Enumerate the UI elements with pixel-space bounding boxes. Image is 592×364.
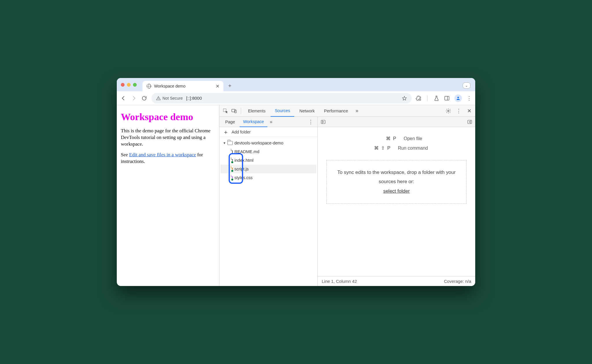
gear-icon [445, 108, 451, 114]
tree-file-readme[interactable]: README.md [221, 147, 316, 156]
back-button[interactable] [120, 95, 127, 101]
tab-close-button[interactable]: ✕ [216, 83, 219, 89]
panel-icon [444, 95, 450, 101]
workspace-dropzone[interactable]: To sync edits to the workspace, drop a f… [326, 160, 467, 204]
navigator-tabs: Page Workspace » ⋮ [219, 117, 317, 127]
plus-icon: ＋ [223, 129, 229, 135]
add-folder-button[interactable]: ＋ Add folder [219, 127, 317, 137]
globe-icon [147, 84, 151, 88]
shortcuts-hint: ⌘ P Open file ⌘ ⇧ P Run command [318, 127, 475, 157]
browser-window: Workspace demo ✕ ＋ ⌄ Not Secure [::]:800… [117, 78, 475, 286]
flask-icon [434, 95, 439, 101]
panel-right-icon [467, 119, 472, 125]
extensions-button[interactable] [416, 95, 421, 101]
tree-folder-root[interactable]: ▼ devtools-workspace-demo [221, 139, 316, 147]
svg-rect-7 [235, 110, 236, 113]
svg-point-8 [448, 110, 449, 112]
mapped-indicator-icon [231, 170, 234, 172]
editor-statusbar: Line 1, Column 42 Coverage: n/a [318, 276, 475, 286]
devtools-close-button[interactable]: ✕ [465, 107, 473, 115]
tab-elements[interactable]: Elements [244, 105, 269, 117]
forward-button[interactable] [131, 95, 137, 101]
devtools-tabs: Elements Sources Network Performance » ⋮… [219, 105, 475, 117]
select-folder-link[interactable]: select folder [383, 188, 410, 194]
navigator-menu-button[interactable]: ⋮ [306, 119, 315, 125]
security-label: Not Secure [162, 96, 183, 101]
maximize-window-button[interactable] [133, 83, 137, 87]
file-tree: ▼ devtools-workspace-demo README.md inde… [219, 137, 317, 184]
sources-panel: Page Workspace » ⋮ ＋ Add folder ▼ devtoo [219, 117, 475, 286]
devtools-panel: Elements Sources Network Performance » ⋮… [219, 105, 475, 286]
side-panel-button[interactable] [444, 95, 450, 101]
toggle-navigator-button[interactable] [321, 119, 326, 125]
page-paragraph-1: This is the demo page for the official C… [121, 128, 215, 148]
inspect-element-button[interactable] [222, 107, 229, 115]
devtools-menu-button[interactable]: ⋮ [455, 107, 462, 115]
tab-strip: Workspace demo ✕ ＋ ⌄ [117, 78, 475, 91]
minimize-window-button[interactable] [127, 83, 131, 87]
coverage-status: Coverage: n/a [444, 279, 471, 284]
svg-point-1 [158, 99, 158, 99]
panel-left-icon [321, 119, 326, 125]
tab-network[interactable]: Network [295, 105, 319, 117]
labs-button[interactable] [434, 95, 439, 101]
file-icon [232, 149, 233, 154]
star-icon [402, 96, 407, 101]
tab-performance[interactable]: Performance [320, 105, 352, 117]
navigator-more-tabs[interactable]: » [270, 119, 272, 125]
profile-button[interactable] [454, 94, 462, 102]
inspect-icon [223, 108, 228, 114]
tab-title: Workspace demo [154, 84, 186, 88]
shortcut-run-command: ⌘ ⇧ P Run command [365, 145, 428, 151]
tutorial-link[interactable]: Edit and save files in a workspace [129, 152, 196, 157]
puzzle-icon [416, 95, 421, 101]
caret-down-icon: ▼ [223, 141, 226, 145]
devices-icon [231, 108, 237, 114]
browser-tab[interactable]: Workspace demo ✕ [143, 81, 223, 91]
bookmark-button[interactable] [402, 96, 407, 101]
svg-point-4 [457, 96, 459, 98]
folder-icon [227, 141, 233, 145]
person-icon [456, 96, 460, 101]
sources-editor-area: ⌘ P Open file ⌘ ⇧ P Run command To sync … [318, 117, 475, 286]
security-chip[interactable]: Not Secure [156, 96, 183, 101]
device-toolbar-button[interactable] [230, 107, 238, 115]
tree-file-script-js[interactable]: script.js [221, 165, 316, 173]
warning-icon [156, 96, 161, 101]
toggle-debugger-button[interactable] [467, 119, 472, 125]
mapped-indicator-icon [231, 178, 234, 181]
toolbar-actions: │ ⋮ [416, 94, 472, 102]
omnibox[interactable]: Not Secure [::]:8000 [151, 93, 412, 103]
window-controls [121, 83, 137, 87]
cursor-position: Line 1, Column 42 [322, 279, 357, 284]
close-window-button[interactable] [121, 83, 125, 87]
new-tab-button[interactable]: ＋ [226, 81, 234, 90]
mapped-indicator-icon [231, 161, 234, 164]
page-paragraph-2: See Edit and save files in a workspace f… [121, 152, 215, 165]
svg-rect-2 [445, 96, 449, 100]
sources-navigator: Page Workspace » ⋮ ＋ Add folder ▼ devtoo [219, 117, 318, 286]
content-area: Workspace demo This is the demo page for… [117, 105, 475, 286]
subtab-workspace[interactable]: Workspace [240, 117, 267, 127]
more-tabs-button[interactable]: » [353, 107, 361, 115]
tree-file-styles-css[interactable]: styles.css [221, 173, 316, 182]
rendered-page: Workspace demo This is the demo page for… [117, 105, 219, 286]
toolbar: Not Secure [::]:8000 │ ⋮ [117, 91, 475, 105]
page-heading: Workspace demo [121, 110, 215, 124]
editor-placeholder: ⌘ P Open file ⌘ ⇧ P Run command To sync … [318, 127, 475, 276]
tab-search-button[interactable]: ⌄ [462, 82, 471, 89]
subtab-page[interactable]: Page [222, 117, 238, 127]
tree-file-index-html[interactable]: index.html [221, 156, 316, 165]
devtools-settings-button[interactable] [445, 107, 452, 115]
chrome-menu-button[interactable]: ⋮ [467, 95, 472, 101]
shortcut-open-file: ⌘ P Open file [371, 136, 422, 141]
editor-toolbar [318, 117, 475, 127]
url-text: [::]:8000 [186, 96, 202, 101]
reload-button[interactable] [141, 95, 147, 101]
tab-sources[interactable]: Sources [271, 105, 294, 117]
